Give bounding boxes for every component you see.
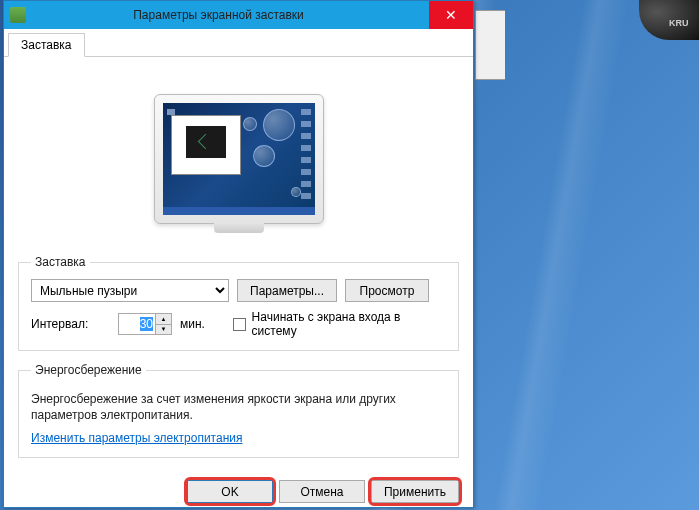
interval-down[interactable]: ▼ — [156, 325, 171, 335]
start-on-logon-checkbox[interactable]: Начинать с экрана входа в систему — [233, 310, 446, 338]
interval-unit: мин. — [180, 317, 205, 331]
screensaver-group: Заставка Мыльные пузыри Параметры... Про… — [18, 255, 459, 351]
close-button[interactable]: ✕ — [429, 1, 473, 29]
window-icon — [10, 7, 26, 23]
background-window-fragment — [475, 10, 505, 80]
apply-button[interactable]: Применить — [371, 480, 459, 503]
energy-text: Энергосбережение за счет изменения яркос… — [31, 391, 446, 423]
tab-screensaver[interactable]: Заставка — [8, 33, 85, 57]
screensaver-settings-dialog: Параметры экранной заставки ✕ Заставка — [3, 0, 474, 508]
titlebar: Параметры экранной заставки ✕ — [4, 1, 473, 29]
preview-button[interactable]: Просмотр — [345, 279, 429, 302]
highlight-ok: OK — [187, 480, 273, 503]
settings-button[interactable]: Параметры... — [237, 279, 337, 302]
screensaver-legend: Заставка — [31, 255, 90, 269]
checkbox-label: Начинать с экрана входа в систему — [252, 310, 446, 338]
energy-group: Энергосбережение Энергосбережение за сче… — [18, 363, 459, 458]
monitor-screen — [163, 103, 315, 215]
window-title: Параметры экранной заставки — [32, 8, 429, 22]
interval-up[interactable]: ▲ — [156, 314, 171, 325]
checkbox-icon — [233, 318, 246, 331]
screensaver-select[interactable]: Мыльные пузыри — [31, 279, 229, 302]
tab-strip: Заставка — [4, 29, 473, 57]
ok-button[interactable]: OK — [187, 480, 273, 503]
interval-spinner[interactable]: ▲ ▼ — [118, 313, 172, 335]
monitor-preview — [154, 94, 324, 224]
highlight-apply: Применить — [371, 480, 459, 503]
preview-area — [18, 69, 459, 249]
cancel-button[interactable]: Отмена — [279, 480, 365, 503]
dialog-footer: OK Отмена Применить — [4, 470, 473, 510]
close-icon: ✕ — [445, 7, 457, 23]
interval-label: Интервал: — [31, 317, 88, 331]
interval-input[interactable] — [119, 315, 155, 333]
tab-content: Заставка Мыльные пузыри Параметры... Про… — [4, 57, 473, 470]
energy-legend: Энергосбережение — [31, 363, 146, 377]
power-settings-link[interactable]: Изменить параметры электропитания — [31, 431, 242, 445]
